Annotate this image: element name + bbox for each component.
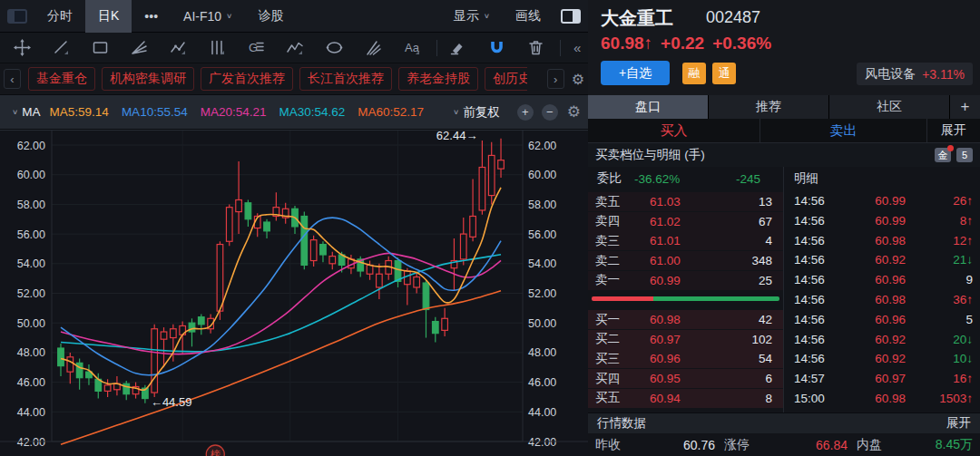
expand-trade-button[interactable]: 展开: [927, 122, 980, 139]
candle-body-up: [377, 274, 383, 287]
left-panel-toggle-icon[interactable]: [7, 9, 27, 24]
more-periods-button[interactable]: •••: [132, 0, 171, 33]
five-level-badge[interactable]: 5: [956, 148, 973, 162]
zoom-in-button[interactable]: +: [517, 104, 534, 121]
marker-tool-icon[interactable]: .s{fill:none;stroke:#959eae;stroke-width…: [448, 38, 467, 57]
stock-tag[interactable]: 创历史新高: [485, 67, 527, 91]
y-axis-label-left: 50.00: [17, 317, 45, 330]
y-axis-label-left: 58.00: [17, 199, 45, 211]
candle-body-up: [329, 257, 336, 264]
stock-tag[interactable]: 基金重仓: [28, 67, 95, 91]
adjust-mode-label[interactable]: 前复权: [463, 104, 500, 121]
vertical-lines-tool-icon[interactable]: .s{fill:none;stroke:#959eae;stroke-width…: [208, 38, 227, 57]
bid-row[interactable]: 买二60.97102: [588, 330, 783, 349]
line-tool-icon[interactable]: .s{fill:none;stroke:#959eae;stroke-width…: [52, 38, 71, 57]
trade-time: 14:56: [794, 333, 825, 346]
tags-prev-button[interactable]: ‹: [4, 69, 21, 89]
candle-body-up: [367, 265, 373, 274]
candle-body-down: [199, 317, 205, 325]
bid-row[interactable]: 买四60.956: [588, 369, 783, 388]
weibi-percent: -36.62%: [634, 172, 680, 186]
stock-tag[interactable]: 长江首次推荐: [299, 67, 392, 91]
y-axis-label-right: 46.00: [528, 376, 556, 389]
gold-badge[interactable]: 金: [935, 148, 951, 162]
level-label: 买二: [595, 331, 633, 347]
fork-lines-tool-icon[interactable]: .s{fill:none;stroke:#959eae;stroke-width…: [364, 38, 383, 57]
collapse-toolbar-icon[interactable]: «: [573, 40, 581, 55]
polyline-tool-icon[interactable]: .s{fill:none;stroke:#959eae;stroke-width…: [169, 38, 188, 57]
trade-volume: 10↓: [953, 352, 973, 365]
weibi-row: 委比 -36.62% -245 明细: [588, 167, 980, 190]
add-tab-plus-icon[interactable]: +: [950, 95, 980, 119]
gold-badge-label: 金: [938, 149, 948, 162]
margin-badge[interactable]: 融: [682, 63, 706, 84]
right-panel-toggle-icon[interactable]: [561, 9, 581, 24]
candle-body-up: [217, 245, 223, 312]
tab-recommend[interactable]: 推荐: [709, 95, 829, 119]
draw-line-button[interactable]: 画线: [503, 0, 554, 33]
sector-chip[interactable]: 风电设备 +3.11%: [857, 63, 973, 85]
bid-row[interactable]: 买三60.9654: [588, 349, 783, 368]
stock-tag[interactable]: 养老金持股: [398, 67, 478, 91]
level-price: 60.95: [633, 372, 697, 385]
tab-order-book[interactable]: 盘口: [588, 95, 709, 119]
ai-f10-dropdown[interactable]: AI-F10∨: [171, 0, 245, 33]
tab-community[interactable]: 社区: [829, 95, 950, 119]
ratio-red-segment: [592, 296, 653, 301]
wave-tool-icon[interactable]: .s{fill:none;stroke:#959eae;stroke-width…: [286, 38, 305, 57]
fan-lines-tool-icon[interactable]: .s{fill:none;stroke:#959eae;stroke-width…: [130, 38, 149, 57]
add-watchlist-button[interactable]: +自选: [601, 61, 670, 85]
stock-tag[interactable]: 机构密集调研: [102, 67, 194, 91]
diagnose-stock-button[interactable]: 诊股: [245, 0, 296, 33]
rect-tool-icon[interactable]: .s{fill:none;stroke:#959eae;stroke-width…: [91, 38, 110, 57]
trade-price: 60.99: [875, 214, 906, 228]
bid-row[interactable]: 买一60.9842: [588, 310, 783, 329]
y-axis-label-right: 58.00: [528, 199, 556, 211]
tab-day-k[interactable]: 日K: [85, 0, 132, 33]
ask-row[interactable]: 卖一60.9925: [588, 271, 783, 290]
trade-detail-row: 14:5660.9812↑: [783, 231, 980, 250]
trade-tabs: 买入 卖出 展开: [588, 119, 980, 143]
tab-minute-chart[interactable]: 分时: [34, 0, 85, 33]
level-price: 61.01: [633, 234, 697, 247]
text-tool-icon[interactable]: .s{fill:none;stroke:#959eae;stroke-width…: [403, 38, 422, 57]
ask-row[interactable]: 卖三61.014: [588, 231, 783, 250]
sell-tab[interactable]: 卖出: [760, 119, 927, 142]
gann-tool-icon[interactable]: .s{fill:none;stroke:#959eae;stroke-width…: [247, 38, 266, 57]
trade-time: 14:56: [794, 273, 825, 286]
trade-volume: 9: [965, 273, 973, 286]
chevron-down-icon[interactable]: ∨: [453, 108, 459, 116]
indicator-settings-gear-icon[interactable]: ⚙: [567, 102, 581, 121]
market-stat: 涨停66.84: [724, 437, 857, 453]
zoom-out-button[interactable]: −: [542, 104, 558, 121]
tags-settings-gear-icon[interactable]: ⚙: [572, 71, 584, 88]
price-annotation: ←44.59: [151, 395, 192, 409]
buy-tab[interactable]: 买入: [588, 119, 760, 142]
magnet-tool-icon[interactable]: .s{fill:none;stroke:#959eae;stroke-width…: [487, 38, 506, 57]
market-data-title: 行情数据: [597, 415, 646, 432]
stock-code: 002487: [706, 8, 760, 27]
ask-row[interactable]: 卖四61.0267: [588, 212, 783, 231]
toolbar-divider: [560, 40, 561, 56]
stat-label: 涨停: [724, 437, 750, 453]
trash-tool-icon[interactable]: .s{fill:none;stroke:#959eae;stroke-width…: [526, 38, 545, 57]
connect-badge[interactable]: 通: [712, 63, 736, 84]
ask-row[interactable]: 卖五61.0313: [588, 192, 783, 211]
rank-stamp-char: 榜: [211, 449, 220, 456]
level-price: 60.94: [633, 392, 697, 405]
trade-detail-list[interactable]: 14:5660.9926↑14:5660.998↑14:5660.9812↑14…: [783, 190, 980, 412]
candlestick-chart[interactable]: 62.0062.0060.0060.0058.0058.0056.0056.00…: [0, 130, 588, 456]
trade-volume: 20↓: [953, 333, 973, 346]
sector-change-pct: +3.11%: [922, 67, 965, 82]
bid-row[interactable]: 买五60.948: [588, 389, 783, 408]
tags-next-button[interactable]: ›: [547, 69, 564, 89]
trade-time: 14:57: [794, 372, 825, 385]
display-dropdown[interactable]: 显示∨: [441, 0, 503, 33]
stock-tag[interactable]: 广发首次推荐: [201, 67, 293, 91]
candle-body-up: [442, 318, 448, 330]
ellipse-tool-icon[interactable]: .s{fill:none;stroke:#959eae;stroke-width…: [325, 38, 344, 57]
chevron-down-icon[interactable]: ∨: [12, 108, 18, 116]
expand-market-button[interactable]: 展开: [946, 415, 971, 432]
move-tool-icon[interactable]: .s{fill:none;stroke:#959eae;stroke-width…: [13, 38, 32, 57]
ask-row[interactable]: 卖二61.00348: [588, 251, 783, 270]
